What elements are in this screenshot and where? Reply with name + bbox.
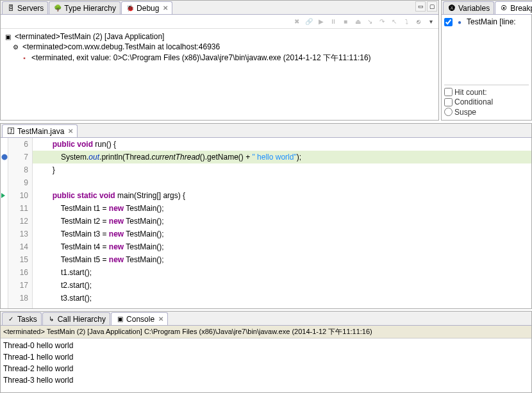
- java-app-icon: ▣: [3, 32, 12, 41]
- tab-variables[interactable]: 🅧 Variables: [443, 1, 494, 14]
- drop-frame-icon[interactable]: ⤵: [401, 17, 411, 27]
- tab-label: Tasks: [17, 315, 37, 324]
- step-return-icon[interactable]: ↖: [389, 17, 399, 27]
- close-icon[interactable]: ✕: [163, 4, 168, 12]
- breakpoint-options: Hit count: Conditional Suspe: [444, 85, 529, 118]
- console-line: Thread-3 hello world: [3, 374, 529, 386]
- tree-exe[interactable]: ▪ <terminated, exit value: 0>C:\Program …: [3, 52, 436, 64]
- step-over-icon[interactable]: ↷: [377, 17, 387, 27]
- resume-icon[interactable]: ▶: [316, 17, 326, 27]
- hierarchy-icon: 🌳: [53, 4, 62, 13]
- view-menu-icon[interactable]: ▾: [426, 17, 436, 27]
- variables-icon: 🅧: [447, 4, 456, 13]
- code-editor[interactable]: 67 89 1011 1213 1415 1617 18 public void…: [1, 138, 531, 308]
- tab-label: Variables: [458, 4, 490, 13]
- debug-tabbar: 🗄 Servers 🌳 Type Hierarchy 🐞 Debug ✕ ▭ ▢: [1, 1, 438, 15]
- code-lines[interactable]: public void run() { System.out.println(T…: [33, 138, 531, 308]
- step-filters-icon[interactable]: ⎋: [413, 17, 424, 27]
- breakpoint-label: TestMain [line:: [467, 17, 516, 26]
- tab-label: Debug: [137, 4, 159, 13]
- suspend-radio[interactable]: [444, 108, 453, 116]
- tab-call-hierarchy[interactable]: ↳ Call Hierarchy: [42, 312, 110, 325]
- debug-tree: ▣ <terminated>TestMain (2) [Java Applica…: [1, 29, 438, 67]
- terminate-icon[interactable]: ■: [340, 17, 351, 27]
- process-icon: ⚙: [11, 42, 20, 51]
- bug-icon: 🐞: [126, 4, 135, 13]
- call-hierarchy-icon: ↳: [47, 315, 56, 324]
- tab-servers[interactable]: 🗄 Servers: [2, 1, 48, 14]
- tab-label: Console: [126, 315, 154, 324]
- tab-console[interactable]: ▣ Console ✕: [111, 312, 168, 325]
- tab-label: Breakp: [510, 4, 532, 13]
- relaunch-icon[interactable]: 🔗: [304, 17, 314, 27]
- tab-debug[interactable]: 🐞 Debug ✕: [121, 1, 172, 14]
- tab-type-hierarchy[interactable]: 🌳 Type Hierarchy: [49, 1, 121, 14]
- console-tabbar: ✓ Tasks ↳ Call Hierarchy ▣ Console ✕: [1, 312, 531, 326]
- breakpoints-icon: ⦿: [499, 4, 508, 13]
- console-output[interactable]: Thread-0 hello world Thread-1 hello worl…: [1, 339, 531, 387]
- debug-toolbar: ✖ 🔗 ▶ ⏸ ■ ⏏ ↘ ↷ ↖ ⤵ ⎋ ▾: [1, 15, 438, 29]
- vars-tabbar: 🅧 Variables ⦿ Breakp: [442, 1, 531, 15]
- maximize-button[interactable]: ▢: [427, 1, 437, 12]
- editor-tabbar: 🄹 TestMain.java ✕: [1, 124, 531, 138]
- close-icon[interactable]: ✕: [158, 315, 163, 322]
- breakpoint-item[interactable]: ● TestMain [line:: [444, 17, 529, 26]
- tab-label: Servers: [17, 4, 44, 13]
- console-icon: ▣: [115, 315, 124, 324]
- method-marker-icon: [1, 189, 8, 202]
- tab-label: Type Hierarchy: [64, 4, 116, 13]
- tree-process[interactable]: ⚙ <terminated>com.wxw.debug.TestMain at …: [3, 42, 436, 52]
- tree-root[interactable]: ▣ <terminated>TestMain (2) [Java Applica…: [3, 31, 436, 42]
- suspend-icon[interactable]: ⏸: [328, 17, 338, 27]
- suspend-option[interactable]: Suspe: [444, 108, 476, 117]
- java-file-icon: 🄹: [6, 127, 15, 136]
- breakpoint-marker-icon[interactable]: [1, 151, 8, 163]
- exe-icon: ▪: [20, 54, 29, 63]
- tree-label: <terminated, exit value: 0>C:\Program Fi…: [31, 53, 371, 63]
- console-line: Thread-1 hello world: [3, 351, 529, 363]
- console-line: Thread-0 hello world: [3, 340, 529, 351]
- breakpoint-list: ● TestMain [line:: [442, 15, 531, 29]
- console-line: Thread-2 hello world: [3, 363, 529, 374]
- conditional-checkbox[interactable]: [444, 98, 453, 106]
- marker-column: [1, 138, 8, 308]
- step-into-icon[interactable]: ↘: [365, 17, 375, 27]
- hit-count-checkbox[interactable]: [444, 88, 453, 96]
- remove-launch-icon[interactable]: ✖: [292, 17, 302, 27]
- tab-breakpoints[interactable]: ⦿ Breakp: [495, 1, 532, 14]
- minimize-button[interactable]: ▭: [415, 1, 426, 12]
- conditional-option[interactable]: Conditional: [444, 97, 493, 106]
- tab-tasks[interactable]: ✓ Tasks: [2, 312, 42, 325]
- tree-label: <terminated>com.wxw.debug.TestMain at lo…: [22, 42, 220, 51]
- servers-icon: 🗄: [6, 4, 15, 13]
- tab-testmain-java[interactable]: 🄹 TestMain.java ✕: [2, 124, 78, 137]
- line-gutter: 67 89 1011 1213 1415 1617 18: [8, 138, 33, 308]
- console-title: <terminated> TestMain (2) [Java Applicat…: [1, 326, 531, 339]
- hit-count-option[interactable]: Hit count:: [444, 88, 487, 97]
- close-icon[interactable]: ✕: [68, 128, 73, 135]
- tasks-icon: ✓: [6, 315, 15, 324]
- tab-label: Call Hierarchy: [58, 315, 106, 324]
- breakpoint-checkbox[interactable]: [444, 18, 453, 26]
- tab-label: TestMain.java: [17, 127, 64, 136]
- breakpoint-dot-icon: ●: [455, 17, 464, 26]
- tree-label: <terminated>TestMain (2) [Java Applicati…: [15, 32, 164, 41]
- disconnect-icon[interactable]: ⏏: [353, 17, 363, 27]
